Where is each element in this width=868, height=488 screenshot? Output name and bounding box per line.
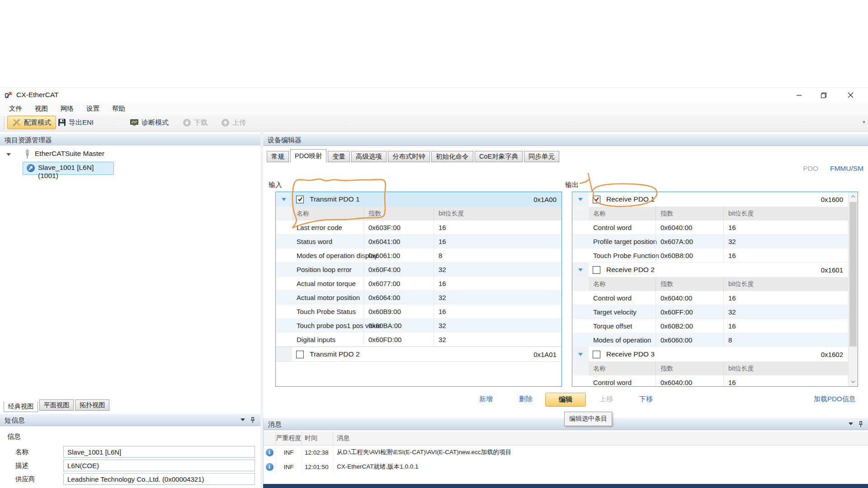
- tree-item-slave[interactable]: Slave_1001 [L6N] (1001): [23, 162, 114, 175]
- expand-arrow-icon[interactable]: [282, 198, 286, 201]
- move-up-button[interactable]: 上移: [599, 395, 613, 404]
- pdo-entry-row[interactable]: Position loop error0x60F4:0032: [276, 263, 561, 277]
- scrollbar-thumb[interactable]: [849, 202, 857, 347]
- pdo-group-row[interactable]: Receive PDO 20x1601: [572, 263, 848, 277]
- entry-bitlength: 32: [434, 291, 561, 304]
- pdo-entry-row[interactable]: Last error code0x603F:0016: [276, 221, 561, 235]
- message-severity: INF: [276, 445, 302, 460]
- tab-变量[interactable]: 变量: [328, 151, 350, 162]
- tab-常规[interactable]: 常规: [267, 151, 289, 162]
- entry-name: Torque offset: [589, 322, 656, 330]
- pdo-group-row[interactable]: Transmit PDO 10x1A00: [276, 192, 561, 206]
- pdo-entry-row[interactable]: Touch probe pos1 pos value0x60BA:0032: [276, 319, 561, 333]
- view-tab-平面视图[interactable]: 平面视图: [39, 399, 74, 411]
- pdo-expander-cell[interactable]: [276, 192, 292, 206]
- pdo-entry-row[interactable]: Target velocity0x60FF:0032: [572, 305, 848, 319]
- pdo-expander-cell[interactable]: [572, 263, 589, 277]
- pdo-entry-row[interactable]: Actual motor torque0x6077:0016: [276, 277, 561, 291]
- toolbar-overflow-icon[interactable]: ▾: [863, 119, 865, 125]
- view-tab-拓扑视图[interactable]: 拓扑视图: [75, 399, 109, 411]
- diag-mode-button[interactable]: 诊断模式: [130, 116, 169, 129]
- messages-panel: 消息 严重程度 时间 消息 iINF12:02:38从D:\工程夹\AVI检测\…: [263, 418, 868, 484]
- pdo-entry-row[interactable]: Status word0x6041:0016: [276, 235, 561, 249]
- expand-arrow-icon[interactable]: [578, 198, 583, 201]
- tab-PDO映射[interactable]: PDO映射: [290, 149, 326, 163]
- pdo-checkbox[interactable]: [593, 351, 600, 358]
- entry-index: 0x6040:00: [656, 221, 723, 234]
- pdo-entry-row[interactable]: Control word0x6040:0016: [572, 291, 848, 305]
- tab-同步单元[interactable]: 同步单元: [524, 151, 559, 162]
- menu-item-0[interactable]: 文件: [3, 104, 28, 113]
- entry-bitlength: 16: [723, 319, 848, 333]
- upload-button[interactable]: 上传: [221, 116, 246, 129]
- restore-button[interactable]: [813, 88, 834, 103]
- pdo-group-row[interactable]: Receive PDO 30x1602: [572, 347, 848, 361]
- collapse-arrow-icon[interactable]: [6, 153, 11, 156]
- minimize-button[interactable]: [788, 88, 809, 103]
- info-value-0[interactable]: Slave_1001 [L6N]: [63, 446, 255, 458]
- load-pdo-button[interactable]: 加载PDO信息: [814, 395, 856, 404]
- pdo-checkbox[interactable]: [296, 196, 304, 203]
- config-mode-button[interactable]: 配置模式: [7, 116, 56, 129]
- output-table-scrollbar[interactable]: [848, 192, 858, 386]
- pin-icon[interactable]: [250, 417, 256, 424]
- menu-item-4[interactable]: 帮助: [106, 104, 132, 113]
- pdo-expander-cell[interactable]: [572, 192, 589, 206]
- view-tab-经典视图[interactable]: 经典视图: [4, 402, 38, 412]
- pdo-expander-cell[interactable]: [276, 347, 292, 361]
- tab-CoE对象字典[interactable]: CoE对象字典: [475, 151, 523, 162]
- export-eni-button[interactable]: 导出ENI: [58, 116, 94, 129]
- menu-item-2[interactable]: 网络: [54, 104, 80, 113]
- download-button[interactable]: 下载: [183, 116, 208, 129]
- tab-初始化命令[interactable]: 初始化命令: [431, 151, 473, 162]
- message-icon-cell: i: [264, 460, 276, 474]
- message-row[interactable]: iINF12:01:50CX-EtherCAT就绪,版本1.0.0.1: [264, 460, 868, 474]
- pdo-entry-row[interactable]: Modes of operation0x6060:008: [572, 333, 848, 347]
- info-value-1[interactable]: L6N(COE): [63, 460, 255, 471]
- pdo-entry-row[interactable]: Digital inputs0x60FD:0032: [276, 333, 561, 347]
- pdo-group-row[interactable]: Receive PDO 10x1600: [572, 192, 848, 206]
- collapse-panel-icon[interactable]: [849, 422, 853, 425]
- move-down-button[interactable]: 下移: [639, 395, 653, 404]
- pdo-entry-row[interactable]: Actual motor position0x6064:0032: [276, 291, 561, 305]
- pdo-entry-row[interactable]: Control word0x6040:0016: [572, 375, 848, 387]
- pdo-entry-row[interactable]: Profile target position0x607A:0032: [572, 235, 848, 249]
- pdo-group-row[interactable]: Transmit PDO 20x1A01: [276, 347, 561, 362]
- expand-arrow-icon[interactable]: [578, 353, 583, 356]
- toolbar-grip[interactable]: [3, 116, 5, 130]
- collapse-panel-icon[interactable]: [241, 418, 245, 421]
- entry-bitlength: 32: [434, 319, 561, 332]
- pdo-expander-cell[interactable]: [572, 347, 589, 361]
- menu-item-1[interactable]: 视图: [28, 104, 54, 113]
- pdo-checkbox[interactable]: [593, 196, 600, 203]
- entry-gutter: [276, 235, 292, 248]
- info-row-1: 描述L6N(COE): [0, 460, 260, 471]
- delete-button[interactable]: 删除: [519, 395, 533, 404]
- tab-高级选项[interactable]: 高级选项: [351, 151, 387, 162]
- scroll-up-icon[interactable]: [849, 192, 858, 201]
- pdo-entry-row[interactable]: Torque offset0x60B2:0016: [572, 319, 848, 333]
- pin-icon[interactable]: [858, 421, 864, 428]
- pdo-checkbox[interactable]: [593, 266, 600, 274]
- pdo-entry-row[interactable]: Touch Probe Function0x60B8:0016: [572, 249, 848, 263]
- entry-gutter: [572, 235, 589, 248]
- slave-icon: [27, 164, 35, 172]
- close-button[interactable]: [840, 88, 861, 103]
- info-value-2[interactable]: Leadshine Technology Co.,Ltd. (0x0000432…: [63, 473, 255, 485]
- edit-button[interactable]: 编辑: [545, 393, 586, 407]
- expand-arrow-icon[interactable]: [578, 268, 583, 272]
- message-row[interactable]: iINF12:02:38从D:\工程夹\AVI检测\ESI(E-CAT)\AVI…: [264, 445, 868, 460]
- add-button[interactable]: 新增: [479, 395, 493, 404]
- tools-icon: [12, 118, 21, 127]
- pdo-view-link[interactable]: PDO: [803, 164, 818, 172]
- pdo-checkbox[interactable]: [296, 351, 304, 358]
- pdo-entry-row[interactable]: Touch Probe Status0x60B9:0016: [276, 305, 561, 319]
- scroll-down-icon[interactable]: [849, 377, 858, 386]
- pdo-entry-row[interactable]: Modes of operation display0x6061:008: [276, 249, 561, 263]
- tree-item-master[interactable]: EtherCATSuite Master: [0, 148, 260, 160]
- pdo-entry-row[interactable]: Control word0x6040:0016: [572, 221, 848, 235]
- tab-分布式时钟[interactable]: 分布式时钟: [388, 151, 430, 162]
- menu-item-3[interactable]: 设置: [80, 104, 106, 113]
- fmmu-sm-view-link[interactable]: FMMU/SM: [830, 164, 863, 172]
- entry-gutter: [276, 333, 292, 346]
